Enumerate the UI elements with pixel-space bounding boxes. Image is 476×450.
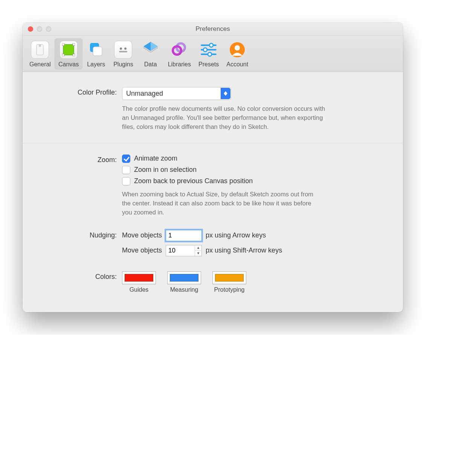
divider [23, 143, 403, 143]
svg-rect-4 [73, 43, 75, 46]
account-icon [228, 41, 246, 59]
tab-canvas[interactable]: Canvas [55, 38, 82, 69]
tab-plugins[interactable]: Plugins [110, 38, 137, 69]
tab-label: Presets [198, 61, 219, 68]
nudge-arrow-input[interactable] [166, 230, 202, 241]
tab-general[interactable]: General [26, 38, 55, 69]
measuring-color-swatch [170, 274, 198, 282]
prototyping-color-label: Prototyping [214, 286, 245, 293]
guides-color-label: Guides [130, 286, 149, 293]
zoom-back-label: Zoom back to previous Canvas position [134, 177, 253, 185]
color-profile-label: Color Profile: [45, 87, 117, 132]
color-profile-description: The color profile new documents will use… [122, 104, 333, 132]
data-icon [142, 41, 160, 59]
tab-label: Libraries [168, 61, 191, 68]
svg-rect-1 [39, 44, 41, 47]
svg-rect-8 [93, 47, 102, 56]
svg-point-21 [203, 48, 207, 52]
tab-libraries[interactable]: Libraries [164, 38, 195, 69]
zoom-in-on-selection-label: Zoom in on selection [134, 166, 197, 174]
svg-rect-3 [62, 43, 64, 46]
color-profile-select[interactable]: Unmanaged [122, 87, 231, 100]
measuring-color-button[interactable] [167, 271, 201, 284]
svg-rect-2 [63, 44, 74, 55]
nudge-suffix-1: px using Arrow keys [206, 231, 266, 239]
tab-label: Plugins [113, 61, 133, 68]
zoom-back-checkbox[interactable] [122, 177, 130, 185]
tab-label: Data [144, 61, 157, 68]
stepper-down-icon[interactable]: ▼ [195, 251, 201, 256]
prefs-content: Color Profile: Unmanaged The color profi… [23, 72, 403, 312]
tab-label: Account [226, 61, 248, 68]
svg-rect-5 [62, 54, 64, 56]
tab-layers[interactable]: Layers [82, 38, 110, 69]
svg-marker-26 [224, 93, 227, 96]
measuring-color-label: Measuring [170, 286, 198, 293]
guides-color-swatch [125, 274, 153, 282]
zoom-label: Zoom: [45, 155, 117, 217]
colors-label: Colors: [45, 271, 117, 293]
titlebar: Preferences [23, 23, 403, 35]
canvas-icon [60, 41, 78, 59]
nudge-prefix-1: Move objects [122, 231, 162, 239]
plugins-icon [114, 41, 132, 59]
nudge-suffix-2: px using Shift-Arrow keys [206, 246, 282, 254]
svg-point-24 [235, 45, 240, 51]
svg-point-10 [124, 47, 127, 50]
tab-label: General [29, 61, 51, 68]
zoom-description: When zooming back to Actual Size, by def… [122, 190, 318, 217]
nudge-prefix-2: Move objects [122, 246, 162, 254]
svg-point-20 [209, 43, 213, 47]
nudging-label: Nudging: [45, 230, 117, 260]
window-title: Preferences [23, 23, 403, 35]
stepper-up-icon[interactable]: ▲ [195, 245, 201, 251]
prototyping-color-button[interactable] [212, 271, 246, 284]
presets-icon [200, 41, 218, 59]
svg-rect-6 [73, 54, 75, 56]
tab-account[interactable]: Account [223, 38, 252, 69]
libraries-icon [170, 41, 188, 59]
tab-label: Layers [87, 61, 105, 68]
tab-data[interactable]: Data [137, 38, 164, 69]
layers-icon [87, 41, 105, 59]
tab-presets[interactable]: Presets [195, 38, 223, 69]
preferences-window: Preferences General Canvas Layers [23, 23, 403, 312]
prototyping-color-swatch [215, 274, 244, 282]
popup-arrows-icon [221, 88, 230, 99]
guides-color-button[interactable] [122, 271, 156, 284]
tab-label: Canvas [58, 61, 79, 68]
animate-zoom-checkbox[interactable] [122, 155, 130, 163]
svg-rect-11 [119, 51, 127, 52]
animate-zoom-label: Animate zoom [134, 155, 177, 162]
prefs-toolbar: General Canvas Layers Plugins [23, 35, 403, 72]
color-profile-value: Unmanaged [126, 90, 163, 98]
general-icon [31, 41, 49, 59]
svg-point-22 [208, 52, 212, 56]
zoom-in-on-selection-checkbox[interactable] [122, 166, 130, 174]
svg-point-9 [120, 47, 122, 50]
stepper-control[interactable]: ▲ ▼ [195, 245, 201, 256]
